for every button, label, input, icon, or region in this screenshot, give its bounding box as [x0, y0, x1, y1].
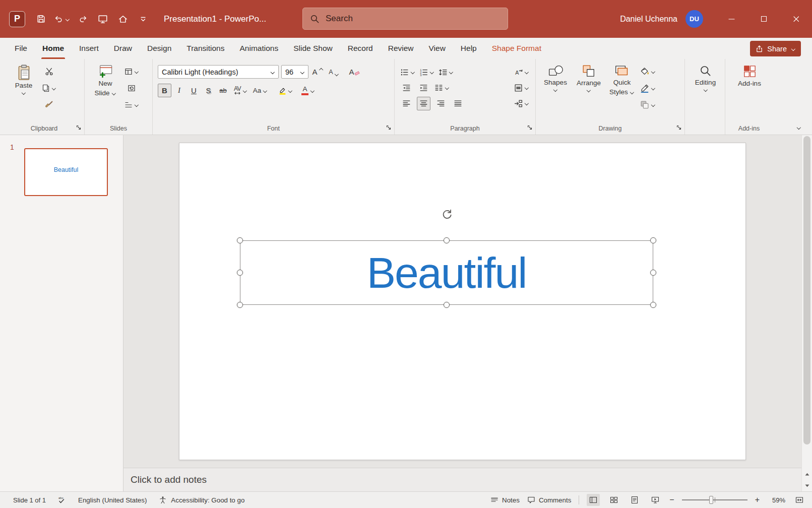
- text-highlight-color-button[interactable]: [274, 84, 296, 97]
- slide-sorter-view-button[interactable]: [607, 494, 620, 506]
- underline-button[interactable]: U: [187, 84, 201, 97]
- paste-button[interactable]: Paste: [9, 64, 38, 94]
- align-right-button[interactable]: [434, 97, 448, 110]
- fit-slide-to-window-button[interactable]: [793, 494, 806, 506]
- accessibility-button[interactable]: Accessibility: Good to go: [159, 496, 244, 504]
- share-button[interactable]: Share: [750, 41, 801, 56]
- numbering-button[interactable]: 123: [419, 66, 434, 79]
- shapes-button[interactable]: Shapes: [541, 64, 570, 91]
- home-button[interactable]: [113, 9, 133, 30]
- paragraph-dialog-launcher[interactable]: [526, 124, 533, 131]
- tab-shape-format[interactable]: Shape Format: [484, 38, 549, 59]
- scrollbar-thumb[interactable]: [803, 136, 810, 444]
- powerpoint-logo[interactable]: P: [9, 11, 25, 27]
- quick-styles-button[interactable]: Quick Styles: [607, 64, 637, 96]
- zoom-out-button[interactable]: −: [669, 496, 674, 504]
- tab-help[interactable]: Help: [453, 38, 484, 59]
- font-size-combobox[interactable]: 96: [281, 65, 308, 79]
- font-name-combobox[interactable]: Calibri Light (Headings): [158, 65, 279, 79]
- slide-thumbnail-1[interactable]: Beautiful: [24, 148, 108, 196]
- maximize-button[interactable]: [747, 0, 780, 38]
- reset-slide-button[interactable]: [124, 81, 139, 95]
- drawing-dialog-launcher[interactable]: [675, 124, 682, 131]
- reading-view-button[interactable]: [628, 494, 641, 506]
- clear-formatting-button[interactable]: A: [347, 65, 361, 79]
- tab-record[interactable]: Record: [340, 38, 381, 59]
- collapse-ribbon-button[interactable]: [796, 123, 801, 131]
- shape-fill-button[interactable]: [640, 65, 656, 78]
- editing-button[interactable]: Editing: [690, 64, 721, 91]
- tab-home[interactable]: Home: [35, 38, 72, 59]
- format-painter-button[interactable]: [41, 98, 56, 111]
- resize-handle-se[interactable]: [650, 302, 656, 308]
- font-dialog-launcher[interactable]: [385, 124, 392, 131]
- tab-slide-show[interactable]: Slide Show: [286, 38, 340, 59]
- zoom-slider[interactable]: [682, 495, 747, 504]
- character-spacing-button[interactable]: AV: [231, 84, 250, 97]
- copy-button[interactable]: [41, 81, 56, 95]
- strikethrough-button[interactable]: ab: [216, 84, 230, 97]
- shape-effects-button[interactable]: [640, 98, 656, 111]
- bold-button[interactable]: B: [158, 84, 171, 97]
- save-button[interactable]: [31, 9, 50, 30]
- arrange-button[interactable]: Arrange: [573, 64, 604, 92]
- new-slide-button[interactable]: New Slide: [90, 64, 121, 97]
- align-text-button[interactable]: [514, 81, 529, 95]
- italic-button[interactable]: I: [172, 84, 186, 97]
- decrease-indent-button[interactable]: [400, 81, 413, 95]
- grow-font-button[interactable]: A: [311, 65, 325, 79]
- tab-design[interactable]: Design: [140, 38, 179, 59]
- close-button[interactable]: [780, 0, 812, 38]
- minimize-button[interactable]: [715, 0, 747, 38]
- resize-handle-sw[interactable]: [237, 302, 243, 308]
- shrink-font-button[interactable]: A: [327, 65, 341, 79]
- resize-handle-s[interactable]: [444, 302, 450, 308]
- align-left-button[interactable]: [400, 97, 413, 110]
- zoom-in-button[interactable]: +: [755, 496, 760, 504]
- convert-to-smartart-button[interactable]: [514, 97, 529, 110]
- tab-transitions[interactable]: Transitions: [179, 38, 232, 59]
- tab-insert[interactable]: Insert: [72, 38, 106, 59]
- slide-show-view-button[interactable]: [649, 494, 662, 506]
- language-button[interactable]: English (United States): [78, 496, 147, 504]
- rotate-handle-icon[interactable]: [441, 209, 453, 221]
- bullets-button[interactable]: [400, 66, 415, 79]
- cut-button[interactable]: [41, 65, 56, 78]
- customize-qat-button[interactable]: [134, 9, 153, 30]
- avatar[interactable]: DU: [685, 10, 703, 28]
- clipboard-dialog-launcher[interactable]: [75, 124, 82, 131]
- text-direction-button[interactable]: A: [514, 66, 529, 79]
- text-shadow-button[interactable]: S: [202, 84, 215, 97]
- notes-pane[interactable]: Click to add notes: [123, 468, 801, 491]
- search-box[interactable]: [302, 8, 508, 30]
- resize-handle-w[interactable]: [237, 270, 243, 276]
- slide-indicator[interactable]: Slide 1 of 1: [13, 496, 46, 504]
- font-color-button[interactable]: A: [297, 84, 319, 97]
- tab-file[interactable]: File: [7, 38, 35, 59]
- line-spacing-button[interactable]: [438, 66, 454, 79]
- slide-title-text[interactable]: Beautiful: [240, 241, 653, 304]
- comments-button[interactable]: Comments: [527, 496, 571, 504]
- scroll-up-button[interactable]: [804, 470, 810, 478]
- scroll-down-button[interactable]: [804, 482, 810, 489]
- resize-handle-e[interactable]: [650, 270, 656, 276]
- section-button[interactable]: [124, 98, 139, 111]
- slide-layout-button[interactable]: [124, 65, 139, 78]
- search-input[interactable]: [326, 14, 501, 24]
- increase-indent-button[interactable]: [417, 81, 430, 95]
- user-name[interactable]: Daniel Uchenna: [620, 15, 677, 24]
- change-case-button[interactable]: Aa: [251, 84, 269, 97]
- resize-handle-nw[interactable]: [237, 237, 243, 243]
- justify-button[interactable]: [451, 97, 465, 110]
- align-center-button[interactable]: [417, 97, 430, 110]
- tab-view[interactable]: View: [421, 38, 453, 59]
- shape-outline-button[interactable]: [640, 81, 656, 95]
- tab-review[interactable]: Review: [381, 38, 421, 59]
- spell-check-button[interactable]: abc: [58, 496, 66, 504]
- addins-button[interactable]: Add-ins: [732, 64, 767, 88]
- notes-toggle-button[interactable]: Notes: [490, 496, 520, 504]
- redo-button[interactable]: [73, 9, 92, 30]
- slide[interactable]: Beautiful: [179, 143, 746, 460]
- columns-button[interactable]: [434, 81, 450, 95]
- zoom-slider-thumb[interactable]: [709, 496, 713, 504]
